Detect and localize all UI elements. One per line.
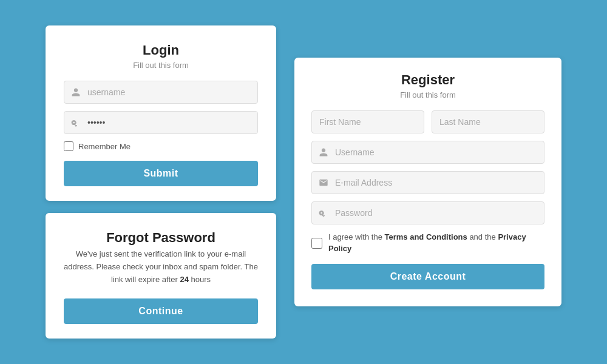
forgot-message: We've just sent the verification link to… bbox=[64, 248, 258, 286]
email-icon bbox=[319, 178, 328, 187]
person-icon bbox=[71, 87, 81, 97]
forgot-title: Forgot Password bbox=[64, 230, 258, 246]
submit-button[interactable]: Submit bbox=[64, 161, 258, 186]
remember-me-row: Remember Me bbox=[64, 141, 258, 151]
username-input-group bbox=[64, 81, 258, 104]
remember-me-label: Remember Me bbox=[78, 142, 131, 151]
login-card: Login Fill out this form Remember Me Sub… bbox=[46, 25, 276, 201]
forgot-password-card: Forgot Password We've just sent the veri… bbox=[46, 213, 276, 338]
agree-row: I agree with the Terms and Conditions an… bbox=[311, 232, 544, 254]
login-subtitle: Fill out this form bbox=[64, 61, 258, 70]
first-name-input[interactable] bbox=[311, 110, 424, 133]
forgot-message-text1: We've just sent the verification link to… bbox=[64, 249, 258, 284]
continue-button[interactable]: Continue bbox=[64, 298, 258, 324]
login-title: Login bbox=[64, 42, 258, 58]
register-password-input[interactable] bbox=[311, 201, 544, 224]
register-password-group bbox=[311, 201, 544, 224]
agree-text2: and the bbox=[467, 232, 498, 241]
register-username-input[interactable] bbox=[311, 141, 544, 164]
register-person-icon bbox=[319, 147, 328, 157]
forgot-hours: 24 bbox=[180, 275, 188, 284]
left-column: Login Fill out this form Remember Me Sub… bbox=[46, 25, 276, 338]
key-icon bbox=[71, 118, 81, 127]
last-name-input[interactable] bbox=[432, 110, 544, 133]
email-input-group bbox=[311, 171, 544, 194]
register-subtitle: Fill out this form bbox=[311, 90, 544, 99]
agree-checkbox[interactable] bbox=[311, 238, 322, 249]
password-input-group bbox=[64, 111, 258, 134]
right-column: Register Fill out this form bbox=[294, 58, 561, 306]
register-username-group bbox=[311, 141, 544, 164]
register-key-icon bbox=[319, 208, 328, 218]
terms-label: Terms and Conditions bbox=[385, 232, 467, 241]
create-account-button[interactable]: Create Account bbox=[311, 264, 544, 289]
register-card: Register Fill out this form bbox=[294, 58, 561, 306]
forgot-message-text2: hours bbox=[189, 275, 211, 284]
agree-label: I agree with the Terms and Conditions an… bbox=[328, 232, 544, 254]
name-row bbox=[311, 110, 544, 133]
agree-text1: I agree with the bbox=[328, 232, 385, 241]
username-input[interactable] bbox=[64, 81, 258, 104]
remember-me-checkbox[interactable] bbox=[64, 141, 73, 151]
email-input[interactable] bbox=[311, 171, 544, 194]
password-input[interactable] bbox=[64, 111, 258, 134]
register-title: Register bbox=[311, 72, 544, 88]
